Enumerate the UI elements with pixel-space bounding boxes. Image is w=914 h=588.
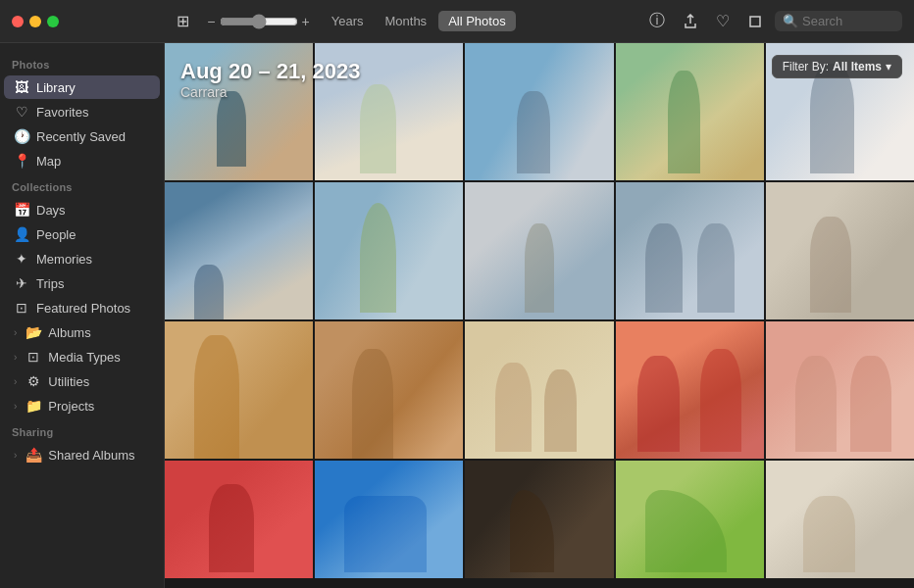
- info-button[interactable]: ⓘ: [643, 7, 671, 35]
- photo-cell[interactable]: [465, 321, 613, 459]
- photo-cell[interactable]: [616, 321, 764, 459]
- sidebar-item-favorites[interactable]: ♡ Favorites: [4, 100, 160, 123]
- photo-cell[interactable]: [315, 321, 463, 459]
- library-icon: 🖼: [14, 79, 29, 95]
- search-input[interactable]: [802, 14, 900, 28]
- sharing-section-label: Sharing: [0, 418, 164, 442]
- filter-chevron-icon: ▾: [886, 60, 891, 74]
- photo-content-area[interactable]: Aug 20 – 21, 2023 Carrara Filter By: All…: [165, 43, 914, 588]
- filter-value: All Items: [833, 60, 882, 74]
- photo-cell[interactable]: [315, 182, 463, 319]
- photo-row-2: [165, 182, 914, 319]
- photo-row-4: [165, 461, 914, 578]
- photo-cell[interactable]: [616, 43, 764, 180]
- view-toggle-button[interactable]: ⊞: [171, 8, 195, 34]
- sidebar-item-projects[interactable]: › 📁 Projects: [4, 394, 160, 417]
- sidebar-item-label: Trips: [36, 276, 64, 291]
- trips-icon: ✈: [14, 275, 29, 291]
- view-tabs: Years Months All Photos: [322, 11, 516, 31]
- content-inner: Aug 20 – 21, 2023 Carrara Filter By: All…: [165, 43, 914, 578]
- favorites-icon: ♡: [14, 104, 29, 120]
- title-bar: ⊞ − + Years Months All Photos ⓘ ♡ 🔍: [0, 0, 914, 43]
- sidebar-item-label: Projects: [48, 399, 94, 414]
- media-types-chevron-icon: ›: [14, 352, 17, 363]
- sidebar-item-trips[interactable]: ✈ Trips: [4, 271, 160, 295]
- toolbar-center: ⊞ − + Years Months All Photos: [59, 8, 643, 34]
- sidebar-item-label: Recently Saved: [36, 129, 126, 144]
- sidebar-item-shared-albums[interactable]: › 📤 Shared Albums: [4, 443, 160, 466]
- sidebar-item-label: People: [36, 227, 76, 242]
- media-types-icon: ⊡: [25, 349, 41, 365]
- sidebar-item-recently-saved[interactable]: 🕐 Recently Saved: [4, 124, 160, 148]
- sidebar-item-label: Memories: [36, 252, 92, 267]
- sidebar-item-people[interactable]: 👤 People: [4, 222, 160, 246]
- photo-cell[interactable]: [616, 461, 764, 578]
- sidebar-item-label: Utilities: [48, 374, 89, 389]
- photo-cell[interactable]: [165, 461, 313, 578]
- close-button[interactable]: [12, 16, 24, 27]
- sidebar-item-label: Library: [36, 80, 76, 95]
- sidebar-item-label: Albums: [48, 325, 90, 340]
- sidebar-item-map[interactable]: 📍 Map: [4, 149, 160, 172]
- zoom-control: − +: [207, 14, 309, 29]
- search-box: 🔍: [775, 11, 902, 31]
- zoom-minus-icon: −: [207, 14, 215, 29]
- map-icon: 📍: [14, 153, 29, 169]
- days-icon: 📅: [14, 202, 29, 218]
- minimize-button[interactable]: [29, 16, 41, 27]
- photos-section-label: Photos: [0, 51, 164, 74]
- albums-icon: 📂: [25, 324, 41, 340]
- sidebar-item-library[interactable]: 🖼 Library: [4, 75, 160, 99]
- search-icon: 🔍: [783, 14, 798, 28]
- sidebar-item-label: Featured Photos: [36, 301, 130, 316]
- shared-albums-chevron-icon: ›: [14, 450, 17, 461]
- photo-cell[interactable]: [766, 321, 914, 459]
- filter-label: Filter By:: [783, 60, 829, 74]
- maximize-button[interactable]: [47, 16, 59, 27]
- photo-cell[interactable]: [165, 321, 313, 459]
- photo-cell[interactable]: [465, 182, 613, 319]
- sidebar-item-utilities[interactable]: › ⚙ Utilities: [4, 369, 160, 393]
- sidebar-item-media-types[interactable]: › ⊡ Media Types: [4, 345, 160, 368]
- sidebar-item-featured-photos[interactable]: ⊡ Featured Photos: [4, 296, 160, 319]
- toolbar-right: ⓘ ♡ 🔍: [643, 7, 902, 35]
- sidebar-item-label: Shared Albums: [48, 448, 134, 463]
- sidebar-item-memories[interactable]: ✦ Memories: [4, 247, 160, 270]
- sidebar-item-albums[interactable]: › 📂 Albums: [4, 320, 160, 344]
- projects-chevron-icon: ›: [14, 401, 17, 412]
- photo-cell[interactable]: [315, 43, 463, 180]
- albums-chevron-icon: ›: [14, 327, 17, 338]
- photo-cell[interactable]: [766, 461, 914, 578]
- projects-icon: 📁: [25, 398, 41, 414]
- tab-months[interactable]: Months: [375, 11, 436, 31]
- photo-cell[interactable]: [165, 43, 313, 180]
- traffic-lights: [12, 16, 59, 27]
- svg-rect-0: [750, 17, 760, 26]
- photo-cell[interactable]: [616, 182, 764, 319]
- utilities-chevron-icon: ›: [14, 376, 17, 387]
- people-icon: 👤: [14, 226, 29, 242]
- collections-section-label: Collections: [0, 173, 164, 197]
- featured-photos-icon: ⊡: [14, 300, 29, 316]
- share-button[interactable]: [677, 10, 704, 33]
- photo-cell[interactable]: [165, 182, 313, 319]
- heart-button[interactable]: ♡: [710, 8, 736, 34]
- utilities-icon: ⚙: [25, 373, 41, 389]
- tab-all-photos[interactable]: All Photos: [438, 11, 516, 31]
- photo-cell[interactable]: [465, 43, 613, 180]
- shared-albums-icon: 📤: [25, 447, 41, 463]
- crop-button[interactable]: [741, 10, 769, 33]
- photo-cell[interactable]: [766, 182, 914, 319]
- zoom-plus-icon: +: [302, 14, 310, 29]
- photo-cell[interactable]: [315, 461, 463, 578]
- recently-saved-icon: 🕐: [14, 128, 29, 144]
- photo-row-3: [165, 321, 914, 459]
- sidebar-item-label: Days: [36, 203, 66, 218]
- tab-years[interactable]: Years: [322, 11, 374, 31]
- sidebar-item-days[interactable]: 📅 Days: [4, 198, 160, 221]
- sidebar: Photos 🖼 Library ♡ Favorites 🕐 Recently …: [0, 43, 165, 588]
- sidebar-item-label: Media Types: [48, 350, 120, 365]
- photo-cell[interactable]: [465, 461, 613, 578]
- zoom-slider[interactable]: [220, 14, 298, 29]
- filter-button[interactable]: Filter By: All Items ▾: [772, 55, 902, 78]
